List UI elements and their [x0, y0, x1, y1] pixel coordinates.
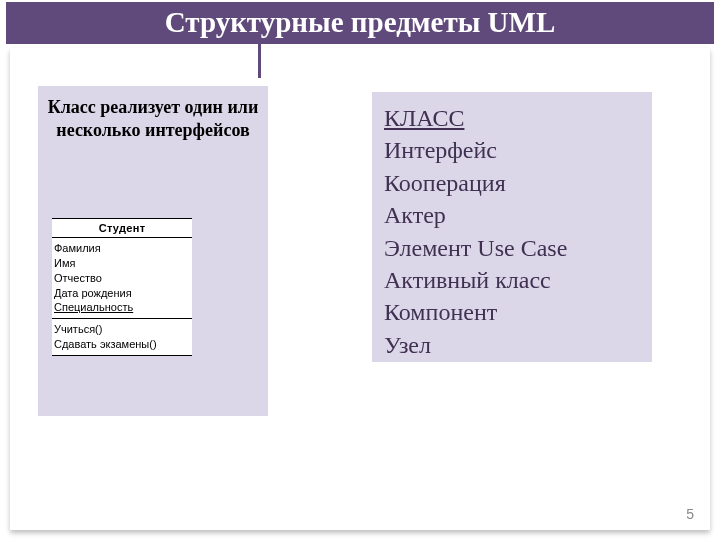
list-item: КЛАСС: [384, 102, 640, 134]
list-item: Интерфейс: [384, 134, 640, 166]
page-number: 5: [686, 506, 694, 522]
right-panel: КЛАСС Интерфейс Кооперация Актер Элемент…: [372, 92, 652, 362]
uml-attr: Имя: [54, 256, 192, 271]
uml-op: Сдавать экзамены(): [54, 337, 192, 352]
uml-attributes: Фамилия Имя Отчество Дата рождения Специ…: [52, 238, 192, 319]
list-item: Компонент: [384, 296, 640, 328]
uml-attr: Фамилия: [54, 241, 192, 256]
title-text: Структурные предметы UML: [165, 6, 556, 38]
uml-attr: Дата рождения: [54, 286, 192, 301]
uml-operations: Учиться() Сдавать экзамены(): [52, 319, 192, 356]
list-item: Элемент Use Case: [384, 232, 640, 264]
uml-class-diagram: Студент Фамилия Имя Отчество Дата рожден…: [52, 218, 192, 356]
uml-attr: Специальность: [54, 300, 192, 315]
uml-op: Учиться(): [54, 322, 192, 337]
text-cursor: [258, 44, 261, 78]
list-item: Актер: [384, 199, 640, 231]
slide-title: Структурные предметы UML: [6, 2, 714, 44]
uml-class-name: Студент: [52, 218, 192, 238]
list-item: Кооперация: [384, 167, 640, 199]
list-item: Узел: [384, 329, 640, 361]
left-caption: Класс реализует один или несколько интер…: [44, 96, 262, 143]
list-item: Активный класс: [384, 264, 640, 296]
uml-attr: Отчество: [54, 271, 192, 286]
